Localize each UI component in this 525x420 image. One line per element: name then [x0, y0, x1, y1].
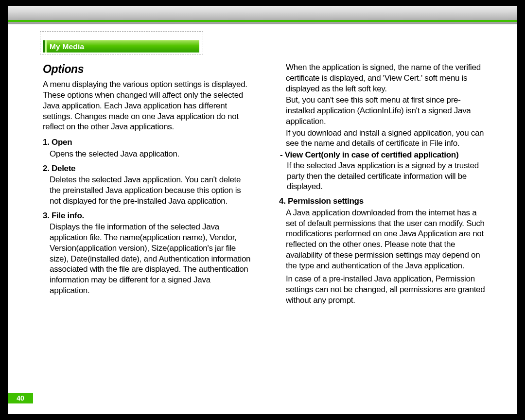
section-tab-label: My Media: [50, 42, 84, 51]
right-p3: If you download and install a signed app…: [286, 128, 488, 149]
section-tab: My Media: [43, 40, 199, 52]
manual-page: My Media Options A menu displaying the v…: [8, 6, 517, 414]
item-viewcert-head: - View Cert(only in case of certified ap…: [280, 150, 488, 160]
page-number-badge: 40: [8, 393, 33, 403]
right-column: When the application is signed, the name…: [279, 62, 488, 385]
item-perm-p2: In case of a pre-installed Java applicat…: [286, 274, 488, 305]
content-area: Options A menu displaying the various op…: [43, 62, 488, 385]
item-viewcert-body: If the selected Java application is a si…: [287, 160, 488, 192]
item-open-head: 1. Open: [43, 137, 252, 148]
tab-accent-bar-light: [45, 40, 47, 52]
item-delete-body: Deletes the selected Java application. Y…: [50, 175, 252, 206]
item-delete-head: 2. Delete: [43, 163, 252, 174]
item-perm-head: 4. Permission settings: [279, 196, 488, 207]
left-column: Options A menu displaying the various op…: [43, 62, 252, 385]
right-p2: But, you can't see this soft menu at fir…: [286, 95, 488, 126]
item-fileinfo-head: 3. File info.: [43, 210, 252, 221]
top-gradient-bar: [8, 6, 517, 24]
item-fileinfo-body: Displays the file information of the sel…: [50, 222, 252, 296]
right-p1: When the application is signed, the name…: [286, 62, 488, 94]
item-perm-p1: A Java application downloaded from the i…: [286, 208, 488, 271]
page-heading: Options: [43, 62, 252, 76]
intro-paragraph: A menu displaying the various option set…: [43, 79, 252, 132]
item-open-body: Opens the selected Java application.: [50, 149, 252, 159]
page-number: 40: [17, 394, 24, 402]
green-rule: [8, 20, 517, 22]
